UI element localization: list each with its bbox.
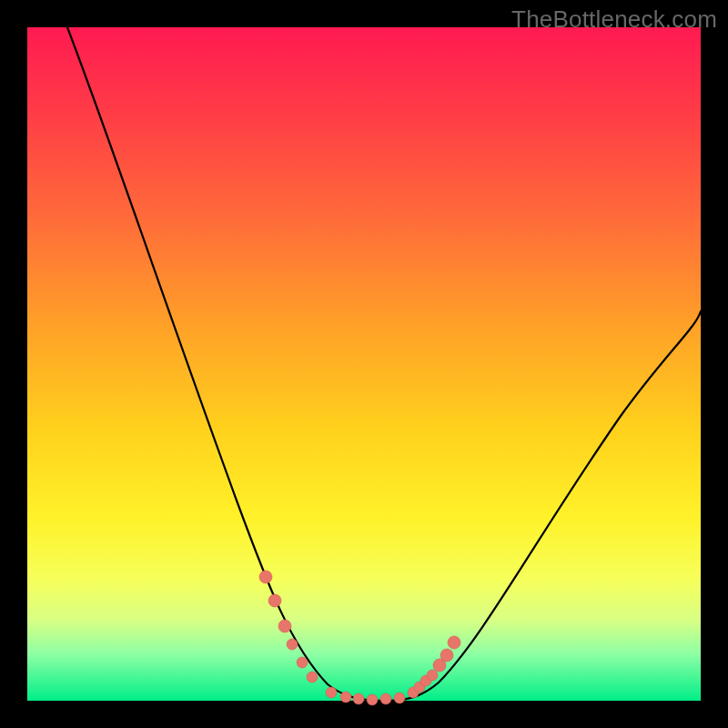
marker-dot [394,693,405,703]
marker-dot [440,649,453,662]
marker-dot [287,639,298,650]
marker-dot [380,693,391,704]
marker-dot [297,657,308,668]
marker-dot [268,594,281,607]
marker-dot [448,636,460,649]
watermark-text: TheBottleneck.com [511,5,717,34]
marker-dot [353,693,364,704]
marker-dot [326,687,337,698]
marker-dot [278,620,291,632]
bottleneck-curve [67,27,701,701]
marker-dot [340,692,351,703]
chart-frame: TheBottleneck.com [0,0,728,728]
marker-dot [367,694,378,705]
marker-group [259,571,460,705]
marker-dot [259,571,272,583]
plot-area [27,27,701,701]
curve-svg [27,27,701,701]
marker-dot [427,670,438,681]
marker-dot [307,672,318,682]
